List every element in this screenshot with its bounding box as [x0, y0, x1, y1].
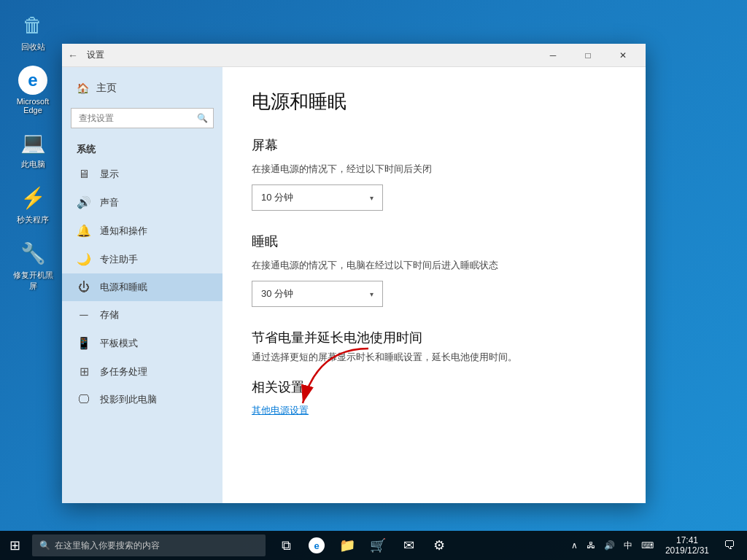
- notifications-label: 通知和操作: [100, 225, 147, 238]
- sidebar-item-multitask[interactable]: ⊞ 多任务处理: [62, 357, 222, 386]
- tablet-icon: 📱: [77, 336, 91, 350]
- home-label: 主页: [96, 82, 117, 95]
- sidebar-item-notifications[interactable]: 🔔 通知和操作: [62, 217, 222, 245]
- sidebar-section-title: 系统: [62, 134, 222, 160]
- sidebar: 🏠 主页 🔍 系统 🖥 显示 🔊 声音 🔔: [62, 67, 222, 503]
- notification-icon: 🗨: [724, 539, 735, 552]
- home-icon: 🏠: [77, 82, 89, 94]
- fix-blackscreen-icon[interactable]: 🔧 修复开机黑屏: [7, 236, 58, 295]
- page-title: 电源和睡眠: [252, 89, 616, 114]
- taskbar-item-taskview[interactable]: ⧉: [271, 531, 301, 560]
- window-title: 设置: [87, 49, 536, 61]
- taskbar-search[interactable]: 🔍 在这里输入你要搜索的内容: [32, 534, 266, 556]
- shortcut-app-label: 秒关程序: [17, 214, 49, 225]
- maximize-button[interactable]: □: [571, 44, 605, 67]
- back-button[interactable]: ←: [68, 50, 78, 61]
- window-controls: ─ □ ✕: [536, 44, 640, 67]
- recycle-bin-label: 回收站: [21, 42, 45, 52]
- sidebar-home-item[interactable]: 🏠 主页: [62, 74, 222, 102]
- start-icon: ⊞: [9, 537, 20, 553]
- start-button[interactable]: ⊞: [0, 531, 29, 560]
- taskbar-item-mail[interactable]: ✉: [394, 531, 423, 560]
- taskbar-search-icon: 🔍: [39, 540, 50, 551]
- arrow-container: 其他电源设置: [252, 403, 616, 417]
- taskbar-ime[interactable]: ⌨: [638, 531, 657, 560]
- explorer-icon: 📁: [339, 537, 355, 553]
- taskbar-network[interactable]: 🖧: [584, 531, 598, 560]
- notifications-icon: 🔔: [77, 224, 91, 238]
- settings-icon: ⚙: [433, 537, 445, 553]
- taskbar-volume[interactable]: 🔊: [601, 531, 618, 560]
- fix-blackscreen-label: 修复开机黑屏: [10, 270, 55, 292]
- fix-blackscreen-image: 🔧: [18, 238, 47, 268]
- sidebar-item-storage[interactable]: ─ 存储: [62, 301, 222, 329]
- multitask-icon: ⊞: [77, 365, 91, 378]
- clock-time: 17:41: [676, 535, 698, 545]
- this-pc-icon[interactable]: 💻 此电脑: [7, 125, 58, 173]
- sleep-section-desc: 在接通电源的情况下，电脑在经过以下时间后进入睡眠状态: [252, 259, 616, 272]
- volume-icon: 🔊: [604, 540, 615, 551]
- taskbar: ⊞ 🔍 在这里输入你要搜索的内容 ⧉ e 📁 🛒 ✉ ⚙: [0, 531, 747, 560]
- sleep-dropdown-arrow: ▾: [370, 290, 374, 298]
- sleep-section-title: 睡眠: [252, 233, 616, 250]
- title-bar: ← 设置 ─ □ ✕: [62, 44, 646, 67]
- sidebar-item-tablet[interactable]: 📱 平板模式: [62, 329, 222, 357]
- screen-dropdown-arrow: ▾: [370, 194, 374, 202]
- edge-logo: e: [18, 66, 47, 95]
- tablet-label: 平板模式: [100, 337, 138, 350]
- sidebar-item-focus[interactable]: 🌙 专注助手: [62, 245, 222, 273]
- focus-label: 专注助手: [100, 253, 138, 266]
- mail-icon: ✉: [403, 537, 414, 553]
- sidebar-item-power[interactable]: ⏻ 电源和睡眠: [62, 273, 222, 301]
- screen-dropdown[interactable]: 10 分钟 ▾: [252, 184, 383, 211]
- multitask-label: 多任务处理: [100, 365, 147, 378]
- sidebar-search-container: 🔍: [71, 108, 214, 128]
- search-input[interactable]: [71, 108, 214, 128]
- sleep-dropdown[interactable]: 30 分钟 ▾: [252, 281, 383, 307]
- close-button[interactable]: ✕: [606, 44, 640, 67]
- sound-label: 声音: [100, 196, 119, 209]
- taskbar-item-settings[interactable]: ⚙: [425, 531, 454, 560]
- sleep-dropdown-value: 30 分钟: [261, 287, 293, 300]
- clock-date: 2019/12/31: [665, 545, 709, 556]
- taskbar-edge-icon: e: [309, 537, 325, 553]
- chevron-up-icon: ∧: [571, 540, 578, 551]
- desktop: 🗑 回收站 e Microsoft Edge 💻 此电脑 ⚡ 秒关程序 🔧 修复…: [0, 0, 747, 560]
- taskbar-search-text: 在这里输入你要搜索的内容: [55, 540, 160, 552]
- taskbar-item-store[interactable]: 🛒: [363, 531, 392, 560]
- taskbar-item-edge[interactable]: e: [302, 531, 331, 560]
- power-icon: ⏻: [77, 281, 91, 294]
- main-content: 电源和睡眠 屏幕 在接通电源的情况下，经过以下时间后关闭 10 分钟 ▾ 睡眠 …: [222, 67, 646, 503]
- taskbar-lang[interactable]: 中: [621, 531, 635, 560]
- display-label: 显示: [100, 168, 119, 181]
- this-pc-image: 💻: [18, 128, 47, 157]
- sidebar-item-project[interactable]: 🖵 投影到此电脑: [62, 386, 222, 413]
- taskbar-item-explorer[interactable]: 📁: [333, 531, 362, 560]
- store-icon: 🛒: [370, 537, 386, 553]
- taskbar-chevron[interactable]: ∧: [568, 531, 581, 560]
- recycle-bin-icon[interactable]: 🗑 回收站: [7, 7, 58, 55]
- desktop-icons: 🗑 回收站 e Microsoft Edge 💻 此电脑 ⚡ 秒关程序 🔧 修复…: [7, 7, 58, 295]
- taskbar-notification-center[interactable]: 🗨: [718, 531, 741, 560]
- taskview-icon: ⧉: [282, 538, 291, 553]
- ime-icon: ⌨: [641, 540, 654, 551]
- red-arrow-annotation: [295, 345, 383, 411]
- minimize-button[interactable]: ─: [536, 44, 570, 67]
- related-settings-section: 相关设置 其他电源设置: [252, 378, 616, 417]
- edge-image: e: [18, 66, 47, 95]
- screen-section-desc: 在接通电源的情况下，经过以下时间后关闭: [252, 163, 616, 176]
- window-body: 🏠 主页 🔍 系统 🖥 显示 🔊 声音 🔔: [62, 67, 646, 503]
- sidebar-item-sound[interactable]: 🔊 声音: [62, 188, 222, 217]
- sidebar-item-display[interactable]: 🖥 显示: [62, 160, 222, 188]
- shortcut-app-icon[interactable]: ⚡ 秒关程序: [7, 180, 58, 228]
- search-icon: 🔍: [197, 113, 208, 123]
- shortcut-app-image: ⚡: [18, 183, 47, 212]
- project-icon: 🖵: [77, 393, 91, 406]
- language-label: 中: [624, 540, 632, 552]
- taskbar-right: ∧ 🖧 🔊 中 ⌨ 17:41 2019/12/31 🗨: [568, 531, 747, 560]
- recycle-bin-image: 🗑: [18, 10, 47, 39]
- edge-icon[interactable]: e Microsoft Edge: [7, 63, 58, 117]
- settings-window: ← 设置 ─ □ ✕ 🏠 主页 🔍 系统: [62, 44, 646, 503]
- taskbar-clock[interactable]: 17:41 2019/12/31: [659, 531, 715, 560]
- sound-icon: 🔊: [77, 195, 91, 209]
